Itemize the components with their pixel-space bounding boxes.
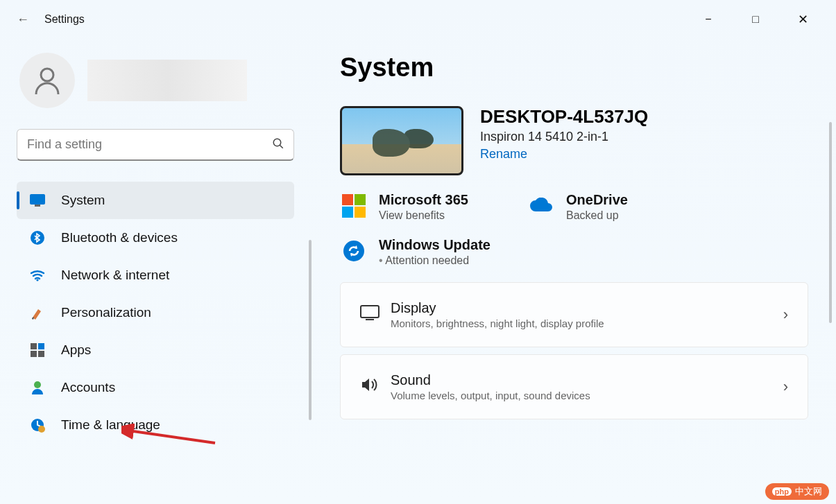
app-title: Settings [44, 13, 85, 26]
sidebar-item-label: Network & internet [61, 268, 169, 283]
sidebar-item-network[interactable]: Network & internet [17, 257, 294, 294]
device-wallpaper-thumbnail[interactable] [340, 106, 463, 175]
chevron-right-icon: › [783, 306, 788, 324]
windows-update-icon [340, 237, 368, 265]
window-controls: − □ ✕ [694, 6, 830, 33]
svg-point-12 [38, 426, 45, 433]
quick-onedrive[interactable]: OneDrive Backed up [527, 192, 687, 222]
svg-point-1 [273, 139, 281, 146]
sound-icon [360, 376, 391, 397]
person-icon [32, 65, 62, 96]
quick-subtitle: Backed up [566, 209, 628, 222]
settings-cards: Display Monitors, brightness, night ligh… [340, 282, 808, 419]
sidebar-scrollbar[interactable] [309, 240, 312, 420]
svg-rect-3 [35, 205, 40, 207]
sidebar-item-label: Time & language [61, 417, 160, 433]
svg-rect-2 [30, 194, 45, 205]
apps-icon [29, 342, 46, 358]
avatar [19, 53, 75, 108]
card-subtitle: Volume levels, output, input, sound devi… [391, 390, 783, 401]
sidebar-item-time-language[interactable]: Time & language [17, 406, 294, 444]
sidebar-item-system[interactable]: System [17, 182, 294, 219]
svg-point-5 [36, 279, 38, 281]
svg-point-14 [343, 241, 364, 261]
card-sound[interactable]: Sound Volume levels, output, input, soun… [340, 354, 808, 419]
wifi-icon [29, 267, 46, 284]
sidebar-item-label: Bluetooth & devices [61, 230, 178, 245]
main-scrollbar[interactable] [829, 122, 832, 323]
quick-microsoft-365[interactable]: Microsoft 365 View benefits [340, 192, 500, 222]
card-title: Sound [391, 372, 783, 388]
watermark-brand: php [772, 487, 792, 496]
sidebar-item-apps[interactable]: Apps [17, 331, 294, 369]
search-icon [272, 137, 284, 153]
accounts-icon [29, 379, 46, 396]
svg-rect-15 [361, 306, 379, 318]
quick-links-row-2: Windows Update Attention needed [340, 237, 808, 267]
sidebar-nav: System Bluetooth & devices Network & int… [17, 182, 294, 444]
close-button[interactable]: ✕ [789, 6, 817, 33]
device-summary: DESKTOP-4L537JQ Inspiron 14 5410 2-in-1 … [340, 106, 808, 175]
quick-title: OneDrive [566, 192, 628, 208]
profile-name-redacted [87, 60, 247, 101]
bluetooth-icon [29, 229, 46, 246]
sidebar-item-label: System [61, 193, 105, 208]
sidebar-item-label: Apps [61, 342, 91, 358]
main-content: System DESKTOP-4L537JQ Inspiron 14 5410 … [319, 39, 836, 504]
back-button[interactable]: ← [17, 12, 44, 27]
svg-point-0 [41, 69, 53, 81]
sidebar-item-personalization[interactable]: Personalization [17, 294, 294, 331]
profile-block[interactable] [19, 53, 319, 108]
svg-point-10 [34, 381, 41, 388]
svg-rect-8 [31, 351, 37, 357]
svg-rect-6 [31, 343, 37, 349]
microsoft-365-icon [340, 192, 368, 220]
paintbrush-icon [29, 304, 46, 321]
quick-title: Microsoft 365 [379, 192, 468, 208]
quick-subtitle: View benefits [379, 209, 468, 222]
device-model: Inspiron 14 5410 2-in-1 [480, 130, 648, 144]
sidebar-item-label: Accounts [61, 380, 115, 395]
sidebar-item-label: Personalization [61, 305, 151, 320]
quick-subtitle: Attention needed [379, 254, 490, 267]
search-wrap [17, 129, 294, 161]
card-display[interactable]: Display Monitors, brightness, night ligh… [340, 282, 808, 347]
watermark-text: 中文网 [795, 485, 822, 498]
sidebar: System Bluetooth & devices Network & int… [0, 39, 319, 504]
minimize-button[interactable]: − [694, 6, 722, 33]
svg-rect-9 [38, 351, 44, 357]
title-bar: ← Settings − □ ✕ [0, 0, 836, 39]
page-title: System [340, 53, 808, 82]
maximize-button[interactable]: □ [742, 6, 769, 33]
system-icon [29, 192, 46, 209]
display-icon [360, 305, 391, 324]
sidebar-item-accounts[interactable]: Accounts [17, 369, 294, 406]
search-input[interactable] [17, 129, 294, 161]
device-name: DESKTOP-4L537JQ [480, 106, 648, 128]
chevron-right-icon: › [783, 378, 788, 396]
card-subtitle: Monitors, brightness, night light, displ… [391, 318, 783, 329]
quick-title: Windows Update [379, 237, 490, 253]
card-title: Display [391, 300, 783, 316]
clock-globe-icon [29, 417, 46, 433]
quick-links-row: Microsoft 365 View benefits OneDrive Bac… [340, 192, 808, 222]
onedrive-icon [527, 192, 555, 220]
quick-windows-update[interactable]: Windows Update Attention needed [340, 237, 500, 267]
watermark: php 中文网 [765, 483, 829, 500]
rename-link[interactable]: Rename [480, 147, 527, 162]
sidebar-item-bluetooth[interactable]: Bluetooth & devices [17, 219, 294, 257]
svg-rect-7 [38, 343, 44, 349]
